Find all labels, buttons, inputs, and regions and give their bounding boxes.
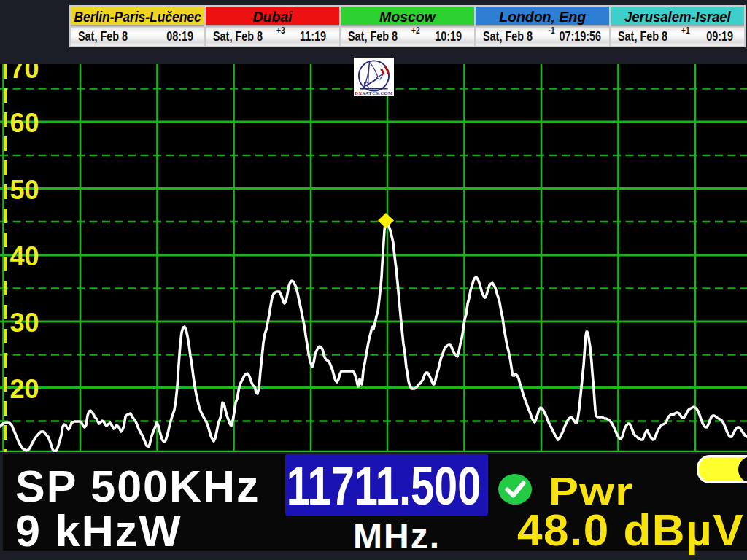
svg-text:20: 20: [10, 374, 39, 404]
svg-text:DXSATCS.COM: DXSATCS.COM: [355, 90, 393, 96]
svg-text:30: 30: [10, 308, 39, 338]
svg-text:50: 50: [10, 175, 39, 205]
svg-text:40: 40: [10, 241, 39, 271]
svg-text:60: 60: [10, 108, 39, 138]
svg-text:70: 70: [10, 64, 39, 84]
